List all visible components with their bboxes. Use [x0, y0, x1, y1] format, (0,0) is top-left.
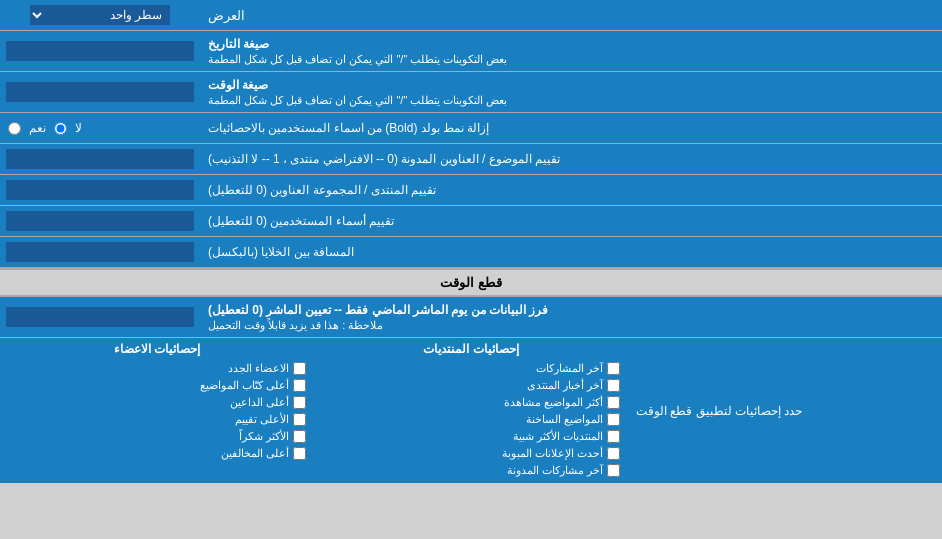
stat-checkbox-6[interactable] [607, 447, 620, 460]
member-stat-item-4: الأعلى تقييم [8, 411, 306, 428]
cutoff-label: فرز البيانات من يوم الماشر الماضي فقط --… [200, 297, 942, 337]
member-stats-title: إحصائيات الاعضاء [8, 342, 306, 356]
stat-item-3: أكثر المواضيع مشاهدة [322, 394, 620, 411]
display-label: العرض [200, 0, 942, 30]
member-stat-checkbox-2[interactable] [293, 379, 306, 392]
date-format-input-cell[interactable]: d-m [0, 31, 200, 71]
users-sort-label: تقييم أسماء المستخدمين (0 للتعطيل) [200, 206, 942, 236]
stat-checkbox-1[interactable] [607, 362, 620, 375]
cutoff-input[interactable]: 0 [6, 307, 194, 327]
remove-bold-radio-cell[interactable]: لا نعم [0, 113, 200, 143]
member-stat-item-1: الاعضاء الجدد [8, 360, 306, 377]
stat-item-1: آخر المشاركات [322, 360, 620, 377]
cutoff-section-header: قطع الوقت [0, 268, 942, 297]
cell-spacing-label: المسافة بين الخلايا (بالبكسل) [200, 237, 942, 267]
topics-sort-input[interactable]: 33 [6, 149, 194, 169]
radio-no[interactable] [54, 122, 67, 135]
member-stat-item-3: أعلى الداعين [8, 394, 306, 411]
radio-yes-label: نعم [29, 121, 46, 135]
stat-checkbox-3[interactable] [607, 396, 620, 409]
stat-item-6: أحدث الإعلانات المبوبة [322, 445, 620, 462]
member-stat-checkbox-6[interactable] [293, 447, 306, 460]
forum-sort-label: تقييم المنتدى / المجموعة العناوين (0 للت… [200, 175, 942, 205]
member-stat-checkbox-4[interactable] [293, 413, 306, 426]
radio-no-label: لا [75, 121, 82, 135]
member-stats-col: إحصائيات الاعضاء الاعضاء الجدد أعلى كتّا… [0, 338, 314, 483]
date-format-input[interactable]: d-m [6, 41, 194, 61]
forum-stats-col: إحصائيات المنتديات آخر المشاركات آخر أخب… [314, 338, 628, 483]
time-format-label: صيغة الوقت بعض التكوينات يتطلب "/" التي … [200, 72, 942, 112]
cell-spacing-input-cell[interactable]: 2 [0, 237, 200, 267]
member-stat-checkbox-1[interactable] [293, 362, 306, 375]
single-line-dropdown[interactable]: سطر واحد سطران ثلاثة أسطر [30, 5, 170, 25]
stat-item-4: المواضيع الساخنة [322, 411, 620, 428]
stats-limit-label: حدد إحصائيات لتطبيق قطع الوقت [628, 338, 942, 483]
date-format-label: صيغة التاريخ بعض التكوينات يتطلب "/" الت… [200, 31, 942, 71]
topics-sort-label: تقييم الموضوع / العناوين المدونة (0 -- ا… [200, 144, 942, 174]
member-stat-checkbox-3[interactable] [293, 396, 306, 409]
stat-checkbox-4[interactable] [607, 413, 620, 426]
time-format-input[interactable]: H:i [6, 82, 194, 102]
forum-sort-input-cell[interactable]: 33 [0, 175, 200, 205]
member-stat-checkbox-5[interactable] [293, 430, 306, 443]
cell-spacing-input[interactable]: 2 [6, 242, 194, 262]
stat-checkbox-2[interactable] [607, 379, 620, 392]
cutoff-input-cell[interactable]: 0 [0, 297, 200, 337]
users-sort-input-cell[interactable]: 0 [0, 206, 200, 236]
stat-item-2: آخر أخبار المنتدى [322, 377, 620, 394]
stat-item-5: المنتديات الأكثر شبية [322, 428, 620, 445]
forum-sort-input[interactable]: 33 [6, 180, 194, 200]
stat-item-7: آخر مشاركات المدونة [322, 462, 620, 479]
radio-yes[interactable] [8, 122, 21, 135]
member-stat-item-6: أعلى المخالفين [8, 445, 306, 462]
forum-stats-title: إحصائيات المنتديات [322, 342, 620, 356]
member-stat-item-2: أعلى كتّاب المواضيع [8, 377, 306, 394]
remove-bold-label: إزالة نمط بولد (Bold) من اسماء المستخدمي… [200, 113, 942, 143]
time-format-input-cell[interactable]: H:i [0, 72, 200, 112]
stat-checkbox-7[interactable] [607, 464, 620, 477]
member-stat-item-5: الأكثر شكراً [8, 428, 306, 445]
single-line-select-cell[interactable]: سطر واحد سطران ثلاثة أسطر [0, 0, 200, 30]
users-sort-input[interactable]: 0 [6, 211, 194, 231]
topics-sort-input-cell[interactable]: 33 [0, 144, 200, 174]
stat-checkbox-5[interactable] [607, 430, 620, 443]
